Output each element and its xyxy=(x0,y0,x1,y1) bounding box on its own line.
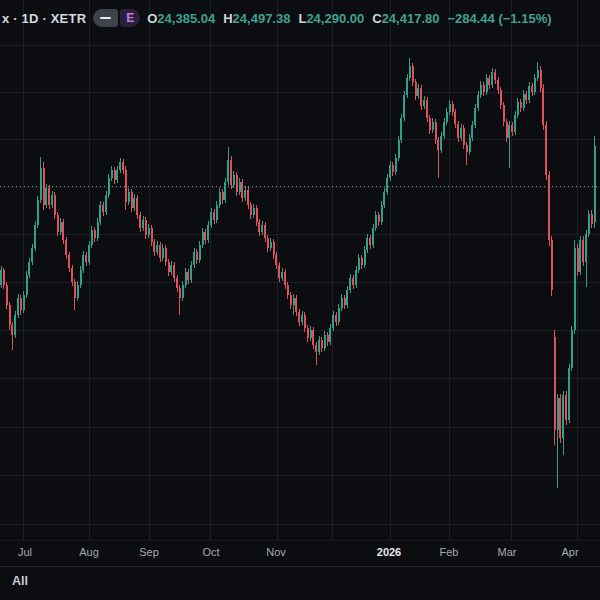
time-axis-label: Sep xyxy=(139,546,159,558)
chart-legend: x · 1D · XETR E O 24,385.04 H 24,497.38 … xyxy=(2,9,552,27)
range-all-button[interactable]: All xyxy=(12,574,28,588)
time-axis[interactable]: JulAugSepOctNov2026FebMarApr xyxy=(0,540,600,567)
bottom-toolbar: All xyxy=(0,566,600,600)
time-axis-label: Oct xyxy=(202,546,219,558)
low-readout: L 24,290.00 xyxy=(298,11,364,26)
minus-icon xyxy=(100,17,111,20)
hide-indicator-button[interactable] xyxy=(93,9,118,27)
time-axis-label: Nov xyxy=(266,546,286,558)
legend-controls: E xyxy=(93,9,140,27)
trading-chart-app: x · 1D · XETR E O 24,385.04 H 24,497.38 … xyxy=(0,0,600,600)
candlestick-chart[interactable] xyxy=(0,0,600,540)
time-axis-label: 2026 xyxy=(377,546,401,558)
open-readout: O 24,385.04 xyxy=(147,11,215,26)
ohlc-readout: O 24,385.04 H 24,497.38 L 24,290.00 C 24… xyxy=(147,11,551,26)
close-readout: C 24,417.80 xyxy=(372,11,439,26)
extended-hours-badge[interactable]: E xyxy=(120,9,140,27)
time-axis-label: Apr xyxy=(561,546,578,558)
time-axis-label: Aug xyxy=(79,546,99,558)
time-axis-label: Jul xyxy=(18,546,32,558)
high-readout: H 24,497.38 xyxy=(223,11,290,26)
time-axis-label: Mar xyxy=(498,546,517,558)
change-readout: −284.44 (−1.15%) xyxy=(447,11,551,26)
symbol-title[interactable]: x · 1D · XETR xyxy=(2,11,86,26)
time-axis-label: Feb xyxy=(440,546,459,558)
